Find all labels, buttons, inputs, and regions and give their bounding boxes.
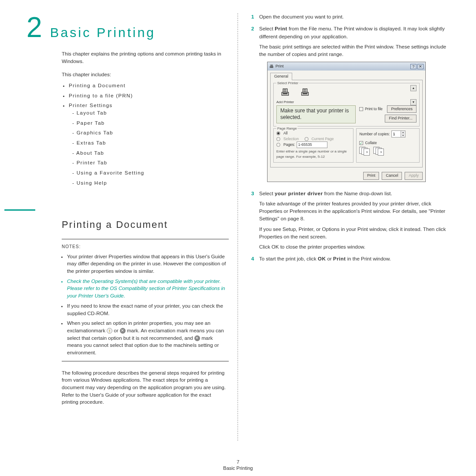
radio-selection[interactable] (276, 137, 280, 141)
step-text: If you see Setup, Printer, or Options in… (259, 226, 450, 241)
note-text: or (114, 328, 119, 333)
toc-item: Printer Settings Layout Tab Paper Tab Gr… (69, 102, 229, 186)
add-printer-item[interactable]: 🖶 Add Printer (276, 85, 294, 105)
error-icon: ✕ (120, 328, 126, 334)
page-footer: 7 Basic Printing (0, 459, 476, 471)
print-to-file-label: Print to file (365, 106, 383, 112)
notes-rule (62, 361, 229, 361)
callout-select-printer: Make sure that your printer is selected. (276, 105, 356, 123)
step-text: Select your printer driver from the Name… (259, 190, 450, 197)
step-text: Select Print from the File menu. The Pri… (259, 25, 450, 41)
section-title: Printing a Document (62, 218, 229, 232)
toc-item: Printing to a file (PRN) (69, 92, 229, 100)
dialog-title: Print (275, 63, 284, 70)
notes-label: NOTES: (62, 244, 229, 250)
chapter-intro: This chapter explains the printing optio… (62, 50, 229, 65)
step-text: Open the document you want to print. (259, 13, 450, 21)
spin-down[interactable]: ▾ (401, 134, 405, 137)
printer-item[interactable]: 🖶 (300, 85, 310, 100)
note-item: When you select an option in printer pro… (67, 320, 229, 356)
warning-icon: ! (107, 328, 112, 334)
chapter-number: 2 (26, 13, 42, 41)
scroll-down-button[interactable]: ▾ (410, 99, 416, 105)
step-number: 3 (251, 190, 259, 254)
tab-general[interactable]: General (270, 73, 292, 80)
spin-up[interactable]: ▴ (401, 131, 405, 134)
toc-subitem: Extras Tab (72, 139, 229, 147)
toc-sublist: Layout Tab Paper Tab Graphics Tab Extras… (72, 109, 229, 186)
add-printer-icon: 🖶 (276, 85, 294, 100)
step-text: To start the print job, click OK or Prin… (259, 255, 450, 263)
close-button[interactable]: ✕ (417, 64, 424, 69)
copies-label: Number of copies: (359, 131, 390, 137)
radio-all[interactable] (276, 131, 280, 135)
footer-title: Basic Printing (223, 465, 253, 471)
toc-subitem: About Tab (72, 149, 229, 157)
page-number: 7 (0, 459, 476, 465)
step-text: Click OK to close the printer properties… (259, 243, 450, 251)
note-item: If you need to know the exact name of yo… (67, 302, 229, 317)
notes-rule (62, 239, 229, 239)
toc-subitem: Printer Tab (72, 159, 229, 167)
help-button[interactable]: ? (410, 64, 416, 69)
toc-subitem: Using Help (72, 179, 229, 187)
procedure-intro: The following procedure describes the ge… (62, 369, 229, 406)
step-number: 2 (251, 25, 259, 188)
toc-subitem: Graphics Tab (72, 129, 229, 137)
group-page-range: Page Range (276, 126, 298, 131)
collate-checkbox[interactable] (359, 141, 363, 145)
chapter-title: Basic Printing (50, 25, 156, 40)
error-icon: ✕ (194, 335, 200, 341)
toc-item-label: Printer Settings (69, 103, 112, 108)
print-button[interactable]: Print (363, 172, 379, 180)
step-number: 1 (251, 13, 259, 23)
radio-current-page[interactable] (305, 137, 309, 141)
step-text: The basic print settings are selected wi… (259, 43, 450, 59)
toc-item: Printing a Document (69, 82, 229, 89)
includes-label: This chapter includes: (62, 71, 229, 78)
group-select-printer: Select Printer (276, 81, 299, 86)
toc-subitem: Using a Favorite Setting (72, 169, 229, 177)
preferences-button[interactable]: Preferences (387, 105, 416, 113)
copies-input[interactable] (392, 131, 401, 137)
print-dialog: 🖶 Print ? ✕ General (267, 62, 426, 182)
find-printer-button[interactable]: Find Printer... (385, 115, 416, 123)
cancel-button[interactable]: Cancel (382, 172, 402, 180)
step-text: To take advantage of the printer feature… (259, 200, 450, 223)
radio-pages[interactable] (276, 143, 280, 147)
notes-list: Your printer driver Properties window th… (67, 253, 229, 357)
toc-subitem: Layout Tab (72, 109, 229, 117)
note-item-compat: Check the Operating System(s) that are c… (67, 278, 229, 300)
note-item: Your printer driver Properties window th… (67, 253, 229, 275)
apply-button[interactable]: Apply (405, 172, 423, 180)
copies-spinner[interactable]: ▴▾ (391, 130, 405, 138)
toc-list: Printing a Document Printing to a file (… (69, 82, 229, 186)
dialog-titlebar: 🖶 Print ? ✕ (268, 62, 425, 71)
print-to-file-checkbox[interactable] (359, 107, 363, 111)
collate-illustration: 123 123 (359, 147, 416, 156)
toc-subitem: Paper Tab (72, 119, 229, 127)
pages-input[interactable]: 1-65535 (297, 141, 327, 148)
collate-label: Collate (365, 140, 376, 146)
printer-icon: 🖶 (269, 63, 274, 70)
section-divider (4, 209, 35, 211)
printer-icon: 🖶 (300, 85, 310, 100)
step-number: 4 (251, 255, 259, 265)
page-range-hint: Enter either a single page number or a s… (276, 149, 350, 160)
scroll-up-button[interactable]: ▴ (410, 85, 416, 91)
